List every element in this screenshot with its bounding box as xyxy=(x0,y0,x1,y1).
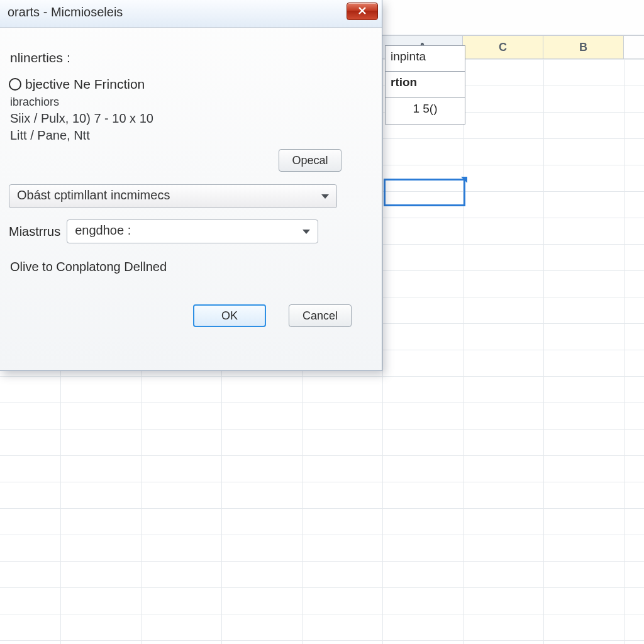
svg-marker-2 xyxy=(321,194,329,199)
active-cell-selection[interactable] xyxy=(384,179,465,206)
sub-label-1: ibrachiors xyxy=(10,96,368,109)
section-label: nlinerties : xyxy=(10,50,368,65)
svg-marker-3 xyxy=(303,230,310,234)
cell-a3[interactable]: rtion xyxy=(385,72,465,98)
cell-a4[interactable]: 1 5() xyxy=(385,98,465,125)
miastrrus-row: Miastrrus engdhoe : xyxy=(9,219,368,243)
miastrrus-label: Miastrrus xyxy=(9,225,60,239)
opecal-button[interactable]: Opecal xyxy=(279,149,341,172)
ok-button[interactable]: OK xyxy=(193,304,266,327)
olive-label: Olive to Conplatong Dellned xyxy=(10,260,368,274)
cancel-button[interactable]: Cancel xyxy=(289,304,352,327)
solver-dialog: orarts - Micmioseleis nlinerties : bject… xyxy=(0,0,382,371)
objective-text: bjective Ne Frinction xyxy=(25,77,145,92)
method-combo[interactable]: Obást cptimllant incmimecs xyxy=(9,184,337,208)
chevron-down-icon xyxy=(300,225,313,238)
miastrrus-combo-value: engdhoe : xyxy=(75,223,131,237)
close-button[interactable] xyxy=(347,3,378,20)
radio-icon[interactable] xyxy=(9,78,21,91)
column-header-trailer xyxy=(624,35,644,58)
close-icon xyxy=(357,6,367,16)
dialog-title: orarts - Micmioseleis xyxy=(5,5,123,19)
miastrrus-combo[interactable]: engdhoe : xyxy=(67,219,318,243)
method-combo-value: Obást cptimllant incmimecs xyxy=(17,188,170,202)
cell-a2[interactable]: inpinta xyxy=(385,45,465,72)
sub-label-2: Siix / Pulx, 10) 7 - 10 x 10 xyxy=(10,111,368,126)
filled-range: inpinta rtion 1 5() xyxy=(385,45,465,125)
column-header-c[interactable]: C xyxy=(463,35,543,58)
dialog-body: nlinerties : bjective Ne Frinction ibrac… xyxy=(0,28,382,327)
objective-line[interactable]: bjective Ne Frinction xyxy=(9,77,368,92)
dialog-titlebar[interactable]: orarts - Micmioseleis xyxy=(0,0,382,28)
sub-label-3: Litt / Pane, Ntt xyxy=(10,128,368,143)
dialog-footer: OK Cancel xyxy=(9,304,368,327)
opecal-row: Opecal xyxy=(9,149,341,172)
column-header-b[interactable]: B xyxy=(543,35,624,58)
chevron-down-icon xyxy=(319,190,331,203)
